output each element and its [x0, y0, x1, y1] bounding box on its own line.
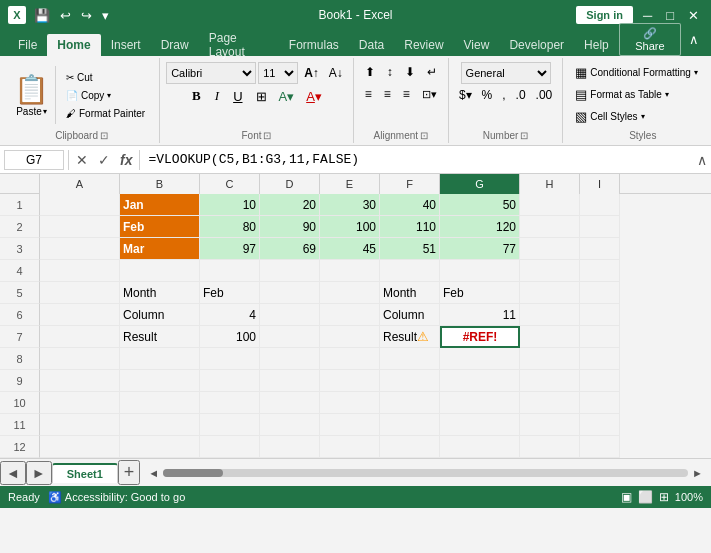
cell-f7[interactable]: Result⚠ [380, 326, 440, 348]
italic-button[interactable]: I [209, 86, 225, 106]
cell-b11[interactable] [120, 414, 200, 436]
paste-button[interactable]: 📋 Paste ▾ [8, 66, 56, 124]
cell-i8[interactable] [580, 348, 620, 370]
cell-g3[interactable]: 77 [440, 238, 520, 260]
cell-e1[interactable]: 30 [320, 194, 380, 216]
align-left-btn[interactable]: ≡ [360, 84, 377, 104]
cell-g6[interactable]: 11 [440, 304, 520, 326]
number-dialog-icon[interactable]: ⊡ [520, 130, 528, 141]
cell-d4[interactable] [260, 260, 320, 282]
cell-i5[interactable] [580, 282, 620, 304]
cell-a11[interactable] [40, 414, 120, 436]
cell-f1[interactable]: 40 [380, 194, 440, 216]
undo-btn[interactable]: ↩ [56, 6, 75, 25]
cell-a5[interactable] [40, 282, 120, 304]
cell-b4[interactable] [120, 260, 200, 282]
cell-a6[interactable] [40, 304, 120, 326]
cell-c12[interactable] [200, 436, 260, 458]
cell-e5[interactable] [320, 282, 380, 304]
cell-c7[interactable]: 100 [200, 326, 260, 348]
align-bottom-btn[interactable]: ⬇ [400, 62, 420, 82]
cell-g1[interactable]: 50 [440, 194, 520, 216]
cell-d8[interactable] [260, 348, 320, 370]
cell-f8[interactable] [380, 348, 440, 370]
cell-a8[interactable] [40, 348, 120, 370]
font-name-select[interactable]: Calibri [166, 62, 256, 84]
fill-color-button[interactable]: A▾ [274, 87, 300, 106]
cell-d1[interactable]: 20 [260, 194, 320, 216]
cell-i11[interactable] [580, 414, 620, 436]
add-sheet-button[interactable]: + [118, 460, 141, 485]
horizontal-scrollbar-thumb[interactable] [163, 469, 223, 477]
maximize-btn[interactable]: □ [662, 6, 678, 25]
cell-a3[interactable] [40, 238, 120, 260]
increase-decimal-btn[interactable]: .0 [512, 86, 530, 104]
cell-d9[interactable] [260, 370, 320, 392]
cell-e8[interactable] [320, 348, 380, 370]
cell-i4[interactable] [580, 260, 620, 282]
minimize-btn[interactable]: ─ [639, 6, 656, 25]
cell-e11[interactable] [320, 414, 380, 436]
cell-c10[interactable] [200, 392, 260, 414]
cell-d7[interactable] [260, 326, 320, 348]
cell-h2[interactable] [520, 216, 580, 238]
sheet-nav-right-btn[interactable]: ► [26, 461, 52, 485]
cell-b5[interactable]: Month [120, 282, 200, 304]
redo-btn[interactable]: ↪ [77, 6, 96, 25]
cell-f4[interactable] [380, 260, 440, 282]
cell-b3[interactable]: Mar [120, 238, 200, 260]
cancel-formula-btn[interactable]: ✕ [73, 152, 91, 168]
clipboard-dialog-icon[interactable]: ⊡ [100, 130, 108, 141]
cell-i2[interactable] [580, 216, 620, 238]
cell-g12[interactable] [440, 436, 520, 458]
conditional-formatting-button[interactable]: ▦ Conditional Formatting ▾ [569, 62, 704, 83]
sheet-tab-sheet1[interactable]: Sheet1 [52, 463, 118, 483]
confirm-formula-btn[interactable]: ✓ [95, 152, 113, 168]
cell-a7[interactable] [40, 326, 120, 348]
cell-e7[interactable] [320, 326, 380, 348]
copy-button[interactable]: 📄 Copy ▾ [60, 87, 151, 104]
currency-btn[interactable]: $▾ [455, 86, 476, 104]
cell-c4[interactable] [200, 260, 260, 282]
cell-f6[interactable]: Column [380, 304, 440, 326]
cell-c11[interactable] [200, 414, 260, 436]
page-break-btn[interactable]: ⊞ [659, 490, 669, 504]
page-layout-btn[interactable]: ⬜ [638, 490, 653, 504]
cell-h3[interactable] [520, 238, 580, 260]
comma-btn[interactable]: , [498, 86, 509, 104]
cell-h5[interactable] [520, 282, 580, 304]
cell-g11[interactable] [440, 414, 520, 436]
sign-in-button[interactable]: Sign in [576, 6, 633, 24]
cell-i12[interactable] [580, 436, 620, 458]
cell-g7[interactable]: #REF! [440, 326, 520, 348]
align-center-btn[interactable]: ≡ [379, 84, 396, 104]
formula-expand-btn[interactable]: ∧ [697, 152, 707, 168]
cell-h11[interactable] [520, 414, 580, 436]
save-quick-btn[interactable]: 💾 [30, 6, 54, 25]
cell-a4[interactable] [40, 260, 120, 282]
align-right-btn[interactable]: ≡ [398, 84, 415, 104]
cell-c2[interactable]: 80 [200, 216, 260, 238]
cell-f9[interactable] [380, 370, 440, 392]
cell-f10[interactable] [380, 392, 440, 414]
cell-f3[interactable]: 51 [380, 238, 440, 260]
insert-function-btn[interactable]: fx [117, 152, 135, 168]
cell-d12[interactable] [260, 436, 320, 458]
cell-d11[interactable] [260, 414, 320, 436]
font-dialog-icon[interactable]: ⊡ [263, 130, 271, 141]
cell-a9[interactable] [40, 370, 120, 392]
underline-button[interactable]: U [227, 87, 248, 106]
cell-i3[interactable] [580, 238, 620, 260]
scroll-left-btn[interactable]: ◄ [148, 467, 159, 479]
ribbon-collapse-btn[interactable]: ∧ [685, 30, 703, 49]
scroll-right-btn[interactable]: ► [692, 467, 703, 479]
cell-e10[interactable] [320, 392, 380, 414]
cell-g9[interactable] [440, 370, 520, 392]
alignment-dialog-icon[interactable]: ⊡ [420, 130, 428, 141]
cell-b10[interactable] [120, 392, 200, 414]
cell-b7[interactable]: Result [120, 326, 200, 348]
cell-d10[interactable] [260, 392, 320, 414]
cell-i10[interactable] [580, 392, 620, 414]
tab-insert[interactable]: Insert [101, 34, 151, 56]
share-button[interactable]: 🔗 Share [619, 23, 681, 56]
